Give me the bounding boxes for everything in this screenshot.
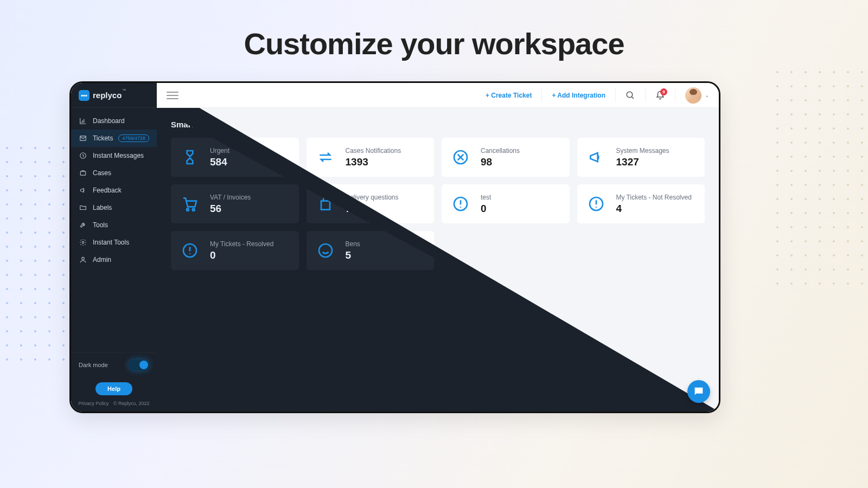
topbar: + Create Ticket + Add Integration 9 ⌄ (157, 83, 719, 108)
sidebar-item-label: Tools (93, 221, 108, 229)
sidebar-item-label: Tickets (93, 134, 113, 142)
filter-label: VAT / Invoices (210, 194, 251, 201)
filter-label: My Tickets - Not Resolved (616, 194, 692, 201)
filter-card[interactable]: System Messages1327 (577, 138, 705, 177)
sidebar-item-label: Dashboard (93, 117, 125, 125)
filter-card[interactable]: My Tickets - Resolved0 (171, 231, 299, 270)
smile-icon (315, 240, 336, 261)
sidebar-item-admin[interactable]: Admin (71, 251, 157, 268)
separator (645, 89, 646, 102)
sidebar-item-label: Cases (93, 169, 111, 177)
add-integration-button[interactable]: + Add Integration (552, 92, 605, 99)
user-icon (79, 256, 87, 264)
alert-icon (586, 194, 607, 214)
filter-count: 1393 (346, 156, 401, 168)
copyright-text: © Replyco, 2022 (113, 401, 150, 406)
svg-line-1 (631, 97, 634, 99)
filter-card[interactable]: My Tickets - Not Resolved4 (577, 184, 705, 223)
loop-icon (315, 147, 336, 168)
megaphone-icon (79, 187, 87, 194)
chart-icon (79, 117, 87, 125)
filter-card[interactable]: Cancellations98 (442, 138, 570, 177)
sidebar-item-instant-messages[interactable]: Instant Messages (71, 147, 157, 164)
sidebar-item-cases[interactable]: Cases (71, 164, 157, 182)
sidebar-footer: Privacy Policy © Replyco, 2022 (71, 399, 157, 412)
filter-count: 1327 (616, 156, 669, 168)
section-title: Smart Filters (171, 120, 705, 129)
sidebar-item-tools[interactable]: Tools (71, 216, 157, 234)
decorative-dots-right (770, 65, 868, 293)
sidebar-item-tickets[interactable]: Tickets4756/4728 (71, 130, 157, 147)
wrench-icon (79, 221, 87, 229)
hero-title: Customize your workspace (0, 26, 868, 61)
filter-count: 5 (346, 249, 360, 261)
notifications-icon[interactable]: 9 (655, 91, 665, 100)
sidebar-item-instant-tools[interactable]: Instant Tools (71, 234, 157, 251)
sidebar: ••• replyco ™ DashboardTickets4756/4728I… (71, 83, 157, 412)
sidebar-nav: DashboardTickets4756/4728Instant Message… (71, 108, 157, 352)
clock-icon (79, 152, 87, 159)
sidebar-item-label: Instant Messages (93, 152, 144, 159)
sidebar-badge: 4756/4728 (118, 134, 149, 142)
hourglass-icon (180, 147, 200, 168)
cancel-icon (450, 147, 471, 168)
filter-count: 4 (616, 203, 692, 215)
filter-card[interactable]: VAT / Invoices56 (171, 184, 299, 223)
dark-mode-row: Dark mode (71, 352, 157, 377)
chat-fab-button[interactable] (687, 380, 710, 403)
help-row: Help (71, 377, 157, 399)
filter-label: Bens (346, 240, 360, 248)
filter-label: Cancellations (481, 147, 520, 155)
filter-card[interactable]: Cases Notifications1393 (307, 138, 435, 177)
sidebar-item-label: Admin (93, 256, 111, 264)
search-icon[interactable] (626, 91, 635, 100)
dark-mode-toggle[interactable] (129, 359, 149, 370)
filter-card[interactable]: test0 (442, 184, 570, 223)
filter-count: 0 (210, 249, 273, 261)
alert-icon (450, 194, 471, 214)
filter-label: My Tickets - Resolved (210, 240, 273, 248)
separator (541, 89, 542, 102)
megaphone-icon (586, 147, 607, 168)
logo-mark-icon: ••• (79, 90, 90, 101)
filter-count: 0 (481, 203, 491, 215)
sidebar-item-label: Feedback (93, 187, 122, 194)
filter-count: 56 (210, 203, 251, 215)
filter-label: Cases Notifications (346, 147, 401, 155)
svg-point-0 (627, 92, 633, 98)
filter-label: System Messages (616, 147, 669, 155)
case-icon (79, 169, 87, 177)
filter-label: Urgent (210, 147, 229, 155)
filter-label: test (481, 194, 491, 201)
privacy-link[interactable]: Privacy Policy (78, 401, 108, 406)
create-ticket-button[interactable]: + Create Ticket (486, 92, 532, 99)
sidebar-item-labels[interactable]: Labels (71, 199, 157, 216)
logo-text: replyco (93, 91, 122, 100)
avatar[interactable] (685, 87, 701, 104)
dark-mode-label: Dark mode (79, 362, 108, 368)
avatar-chevron-icon[interactable]: ⌄ (705, 92, 709, 98)
alert-icon (180, 240, 200, 261)
notification-badge: 9 (660, 88, 667, 95)
sidebar-item-feedback[interactable]: Feedback (71, 182, 157, 199)
gear-icon (79, 239, 87, 246)
filter-label: Delivery questions (346, 194, 399, 201)
separator (615, 89, 616, 102)
filter-count: 584 (210, 156, 229, 168)
folder-icon (79, 204, 87, 211)
logo: ••• replyco ™ (71, 83, 157, 108)
hamburger-icon[interactable] (167, 89, 178, 101)
app-window: ••• replyco ™ DashboardTickets4756/4728I… (69, 81, 720, 413)
sidebar-item-dashboard[interactable]: Dashboard (71, 112, 157, 130)
cart-icon (180, 194, 200, 214)
filter-count: 98 (481, 156, 520, 168)
separator (675, 89, 675, 102)
filter-count: 77 (346, 203, 399, 215)
sidebar-item-label: Labels (93, 204, 112, 211)
sidebar-item-label: Instant Tools (93, 239, 129, 246)
mail-icon (79, 134, 87, 142)
logo-trademark: ™ (122, 88, 126, 92)
help-button[interactable]: Help (95, 382, 132, 395)
